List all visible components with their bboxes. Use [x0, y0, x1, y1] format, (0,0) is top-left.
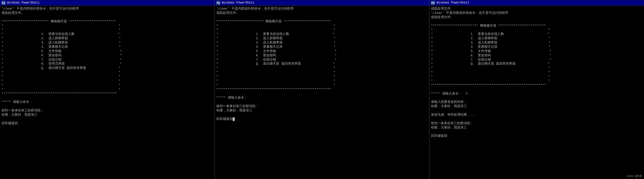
- title-bar-3: PS Windows PowerShell: [429, 0, 644, 6]
- title-text-2: Windows PowerShell: [222, 1, 255, 5]
- powershell-icon-2: PS: [216, 1, 220, 5]
- title-bar-2: PS Windows PowerShell: [215, 0, 429, 6]
- title-text-3: Windows PowerShell: [436, 1, 469, 5]
- terminal-body-1[interactable]: 'clear' 不是内部或外部命令，也不是可运行的程序 或批处理文件。 ****…: [0, 6, 215, 179]
- terminal-window-2[interactable]: PS Windows PowerShell 'clear' 不是内部或外部命令，…: [215, 0, 429, 179]
- terminal-window-1[interactable]: PS Windows PowerShell 'clear' 不是内部或外部命令，…: [0, 0, 215, 179]
- cursor: [233, 117, 235, 121]
- powershell-icon-3: PS: [431, 1, 435, 5]
- terminal-body-3[interactable]: 或批处理文件。 'clear' 不是内部或外部命令，也不是可运行的程序 或批处理…: [429, 6, 644, 179]
- title-bar-1: PS Windows PowerShell: [0, 0, 215, 6]
- terminal-window-3[interactable]: PS Windows PowerShell 或批处理文件。 'clear' 不是…: [429, 0, 644, 179]
- powershell-icon-1: PS: [2, 1, 6, 5]
- terminal-body-2[interactable]: 'clear' 不是内部或外部命令，也不是可运行的程序 或批处理文件。 ****…: [215, 6, 429, 179]
- title-text-1: Windows PowerShell: [7, 1, 40, 5]
